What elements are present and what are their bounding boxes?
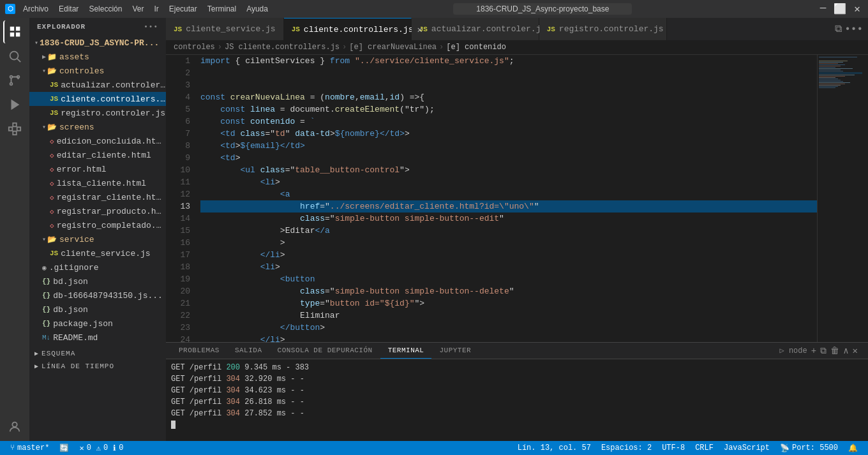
tree-item-db-1666487943150.js...[interactable]: {}db-1666487943150.js... bbox=[29, 288, 166, 302]
tree-items: ▶📁assets▾📂controlesJSactualizar.controle… bbox=[29, 50, 166, 345]
tab-actualizar_controler[interactable]: JSactualizar.controler.js bbox=[412, 18, 539, 40]
search-activity-icon[interactable] bbox=[3, 45, 26, 68]
menu-ayuda[interactable]: Ayuda bbox=[246, 4, 268, 13]
tree-item-db.json[interactable]: {}db.json bbox=[29, 302, 166, 317]
explorer-activity-icon[interactable] bbox=[3, 20, 26, 43]
tree-item-lista_cliente.html[interactable]: ◇lista_cliente.html bbox=[29, 176, 166, 190]
tree-item-registro_completado...[interactable]: ◇registro_completado... bbox=[29, 218, 166, 232]
info-count: 0 bbox=[119, 444, 123, 452]
run-activity-icon[interactable] bbox=[3, 93, 26, 116]
code-line-17: </li> bbox=[200, 249, 817, 261]
terminal-kill-icon[interactable]: 🗑 bbox=[830, 346, 839, 356]
close-icon[interactable]: ✕ bbox=[854, 3, 860, 15]
code-line-4: const crearNuevaLinea = (nombre,email,id… bbox=[200, 91, 817, 103]
port-status[interactable]: 📡 Port: 5500 bbox=[775, 444, 843, 453]
esquema-section[interactable]: ▶ ESQUEMA bbox=[29, 347, 166, 360]
panel-actions: ▷ node + ⧉ 🗑 ∧ ✕ bbox=[774, 343, 863, 359]
branch-status[interactable]: ⑂ master* bbox=[5, 441, 54, 455]
menu-seleccion[interactable]: Selección bbox=[89, 4, 122, 13]
line-ending-status[interactable]: CRLF bbox=[690, 444, 719, 452]
html-file-icon: ◇ bbox=[50, 165, 54, 174]
menu-terminal[interactable]: Terminal bbox=[207, 4, 236, 13]
language-status[interactable]: JavaScript bbox=[719, 444, 775, 452]
tree-item-screens[interactable]: ▾📂screens bbox=[29, 120, 166, 134]
tree-item-registrar_producto.h...[interactable]: ◇registrar_producto.h... bbox=[29, 204, 166, 218]
tree-item-bd.json[interactable]: {}bd.json bbox=[29, 274, 166, 288]
tree-item-registrar_cliente.html[interactable]: ◇registrar_cliente.html bbox=[29, 190, 166, 204]
minimize-icon[interactable]: — bbox=[820, 3, 827, 15]
titlebar-search bbox=[276, 3, 810, 15]
tree-item-registro.controler.js[interactable]: JSregistro.controler.js bbox=[29, 106, 166, 120]
search-input[interactable] bbox=[453, 3, 632, 15]
errors-status[interactable]: ✕ 0 ⚠ 0 ℹ 0 bbox=[74, 441, 128, 455]
terminal-split-icon[interactable]: ⧉ bbox=[820, 346, 827, 356]
sidebar-title: EXPLORADOR bbox=[37, 23, 86, 31]
tree-item-edicion_concluida.ht...[interactable]: ◇edicion_concluida.ht... bbox=[29, 134, 166, 148]
svg-rect-2 bbox=[16, 27, 20, 31]
maximize-icon[interactable]: ⬜ bbox=[834, 3, 846, 15]
tree-root[interactable]: ▾ 1836-CRUD_JS_ASYNC-PR... bbox=[29, 36, 166, 50]
menu-ver[interactable]: Ver bbox=[132, 4, 144, 13]
spaces-status[interactable]: Espacios: 2 bbox=[596, 444, 657, 452]
line-ending-label: CRLF bbox=[695, 444, 714, 452]
tree-item-.gitignore[interactable]: ◉.gitignore bbox=[29, 260, 166, 274]
menu-ir[interactable]: Ir bbox=[154, 4, 158, 13]
more-actions-icon[interactable]: ••• bbox=[844, 24, 863, 35]
tab-cliente_service[interactable]: JScliente_service.js bbox=[166, 18, 284, 40]
panel-close-icon[interactable]: ✕ bbox=[853, 345, 858, 356]
menu-ejecutar[interactable]: Ejecutar bbox=[169, 4, 197, 13]
js-file-icon: JS bbox=[50, 95, 58, 103]
encoding-status[interactable]: UTF-8 bbox=[657, 444, 690, 452]
linea-label: LÍNEA DE TIEMPO bbox=[41, 362, 114, 370]
extensions-activity-icon[interactable] bbox=[3, 117, 26, 140]
terminal-text: GET /perfil bbox=[171, 375, 226, 384]
tab-cliente_controllers[interactable]: JScliente.controllers.js✕ bbox=[284, 18, 412, 40]
notifications-status[interactable]: 🔔 bbox=[843, 444, 863, 453]
tab-registro_controler[interactable]: JSregistro.controler.js bbox=[539, 18, 667, 40]
menu-bar: Archivo Editar Selección Ver Ir Ejecutar… bbox=[23, 4, 268, 13]
breadcrumb-sep-0: › bbox=[218, 43, 222, 52]
linea-de-tiempo-section[interactable]: ▶ LÍNEA DE TIEMPO bbox=[29, 360, 166, 373]
line-col-status[interactable]: Lín. 13, col. 57 bbox=[513, 444, 596, 452]
tree-item-actualizar.controler.js[interactable]: JSactualizar.controler.js bbox=[29, 78, 166, 92]
line-number-7: 7 bbox=[166, 128, 190, 140]
panel-tab-salida[interactable]: SALIDA bbox=[227, 343, 270, 359]
panel-tab-terminal[interactable]: TERMINAL bbox=[380, 343, 432, 359]
tree-item-cliente_service.js[interactable]: JScliente_service.js bbox=[29, 246, 166, 260]
tree-item-assets[interactable]: ▶📁assets bbox=[29, 50, 166, 64]
tree-item-cliente.controllers.js[interactable]: JScliente.controllers.js bbox=[29, 92, 166, 106]
panel-tab-jupyter[interactable]: JUPYTER bbox=[431, 343, 479, 359]
panel-tab-consola-de-depuración[interactable]: CONSOLA DE DEPURACIÓN bbox=[270, 343, 380, 359]
sync-status[interactable]: 🔄 bbox=[54, 441, 74, 455]
code-line-20: class="simple-button simple-button--dele… bbox=[200, 285, 817, 297]
code-content[interactable]: import { cilentServices } from "../servi… bbox=[198, 55, 817, 342]
breadcrumb-part-0[interactable]: controles bbox=[174, 43, 215, 52]
panel-tab-problemas[interactable]: PROBLEMAS bbox=[171, 343, 227, 359]
tree-item-editar_cliente.html[interactable]: ◇editar_cliente.html bbox=[29, 148, 166, 162]
line-number-9: 9 bbox=[166, 152, 190, 164]
breadcrumb-part-1[interactable]: JS cliente.controllers.js bbox=[225, 43, 340, 52]
sidebar-menu-icon[interactable]: ••• bbox=[144, 23, 158, 31]
tree-item-README.md[interactable]: M↓README.md bbox=[29, 331, 166, 345]
sidebar-header: EXPLORADOR ••• bbox=[29, 18, 166, 36]
tree-item-package.json[interactable]: {}package.json bbox=[29, 317, 166, 331]
tree-item-service[interactable]: ▾📂service bbox=[29, 232, 166, 246]
tab-close-button[interactable]: ✕ bbox=[417, 24, 422, 35]
tree-item-controles[interactable]: ▾📂controles bbox=[29, 64, 166, 78]
source-control-activity-icon[interactable] bbox=[3, 69, 26, 92]
breadcrumb-part-3[interactable]: [e] contenido bbox=[446, 43, 506, 52]
tree-item-error.html[interactable]: ◇error.html bbox=[29, 162, 166, 176]
tree-item-label: README.md bbox=[53, 333, 98, 343]
panel-content[interactable]: GET /perfil 200 9.345 ms - 383GET /perfi… bbox=[166, 359, 868, 441]
menu-archivo[interactable]: Archivo bbox=[23, 4, 49, 13]
svg-rect-12 bbox=[17, 127, 20, 131]
panel-collapse-icon[interactable]: ∧ bbox=[843, 345, 848, 356]
split-editor-icon[interactable]: ⧉ bbox=[835, 23, 842, 35]
menu-editar[interactable]: Editar bbox=[59, 4, 79, 13]
tree-item-label: bd.json bbox=[53, 277, 88, 287]
add-terminal-icon[interactable]: + bbox=[811, 346, 816, 356]
breadcrumb-part-2[interactable]: [e] crearNuevaLinea bbox=[349, 43, 437, 52]
account-activity-icon[interactable] bbox=[3, 415, 26, 438]
status-right: Lín. 13, col. 57 Espacios: 2 UTF-8 CRLF … bbox=[513, 444, 863, 453]
breadcrumb-sep-2: › bbox=[439, 43, 444, 52]
